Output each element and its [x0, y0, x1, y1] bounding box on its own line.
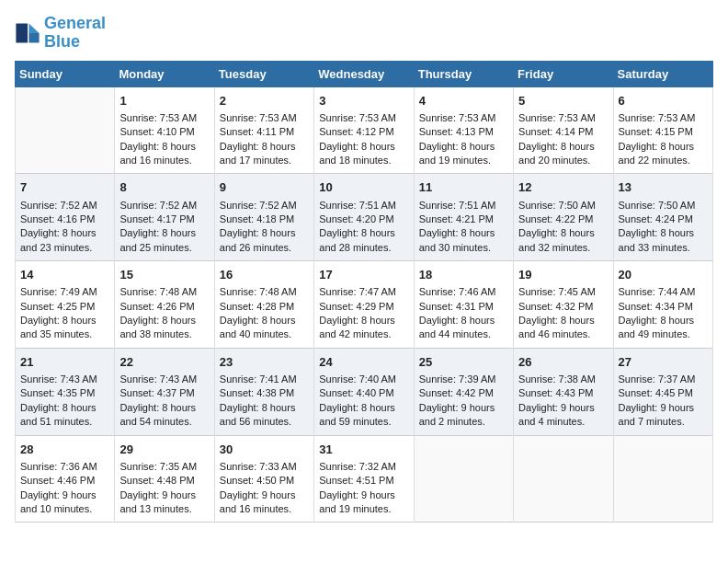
- sunset-text: Sunset: 4:45 PM: [619, 387, 693, 398]
- calendar-cell: 29Sunrise: 7:35 AMSunset: 4:48 PMDayligh…: [115, 435, 214, 523]
- daylight-text: Daylight: 8 hours and 17 minutes.: [220, 141, 296, 166]
- logo: General Blue: [15, 15, 106, 52]
- daylight-text: Daylight: 9 hours and 7 minutes.: [619, 402, 695, 427]
- day-number: 15: [119, 267, 209, 283]
- daylight-text: Daylight: 8 hours and 25 minutes.: [119, 227, 196, 252]
- sunset-text: Sunset: 4:26 PM: [119, 301, 194, 312]
- day-number: 22: [119, 354, 209, 371]
- sunset-text: Sunset: 4:32 PM: [518, 301, 593, 312]
- day-header-tuesday: Tuesday: [214, 61, 313, 86]
- sunset-text: Sunset: 4:10 PM: [119, 126, 194, 137]
- sunset-text: Sunset: 4:28 PM: [220, 301, 294, 312]
- sunrise-text: Sunrise: 7:41 AM: [220, 373, 297, 385]
- day-number: 10: [319, 179, 408, 196]
- sunset-text: Sunset: 4:24 PM: [619, 213, 693, 224]
- sunset-text: Sunset: 4:42 PM: [419, 387, 494, 398]
- week-row-5: 28Sunrise: 7:36 AMSunset: 4:46 PMDayligh…: [16, 435, 713, 523]
- week-row-3: 14Sunrise: 7:49 AMSunset: 4:25 PMDayligh…: [16, 261, 713, 349]
- daylight-text: Daylight: 9 hours and 16 minutes.: [220, 489, 296, 514]
- daylight-text: Daylight: 8 hours and 35 minutes.: [20, 315, 97, 339]
- sunrise-text: Sunrise: 7:53 AM: [220, 112, 297, 123]
- sunrise-text: Sunrise: 7:53 AM: [319, 112, 396, 123]
- logo-icon: [15, 20, 40, 46]
- sunrise-text: Sunrise: 7:53 AM: [619, 112, 696, 123]
- sunset-text: Sunset: 4:18 PM: [220, 213, 294, 224]
- page-header: General Blue: [15, 15, 713, 52]
- sunset-text: Sunset: 4:46 PM: [20, 475, 95, 486]
- sunrise-text: Sunrise: 7:49 AM: [20, 286, 97, 297]
- day-header-saturday: Saturday: [613, 61, 712, 86]
- daylight-text: Daylight: 9 hours and 2 minutes.: [419, 402, 495, 427]
- day-header-row: SundayMondayTuesdayWednesdayThursdayFrid…: [16, 61, 713, 86]
- daylight-text: Daylight: 8 hours and 59 minutes.: [319, 402, 395, 427]
- calendar-cell: 6Sunrise: 7:53 AMSunset: 4:15 PMDaylight…: [613, 86, 712, 174]
- calendar-cell: 13Sunrise: 7:50 AMSunset: 4:24 PMDayligh…: [613, 174, 712, 261]
- day-number: 2: [220, 93, 309, 109]
- daylight-text: Daylight: 8 hours and 18 minutes.: [319, 141, 395, 166]
- sunset-text: Sunset: 4:20 PM: [319, 213, 393, 224]
- daylight-text: Daylight: 8 hours and 32 minutes.: [518, 227, 595, 252]
- calendar-cell: 7Sunrise: 7:52 AMSunset: 4:16 PMDaylight…: [16, 174, 115, 261]
- day-number: 27: [619, 354, 708, 371]
- sunset-text: Sunset: 4:22 PM: [518, 213, 593, 224]
- day-number: 18: [419, 267, 508, 283]
- calendar-cell: 30Sunrise: 7:33 AMSunset: 4:50 PMDayligh…: [214, 435, 313, 523]
- sunrise-text: Sunrise: 7:32 AM: [319, 461, 396, 472]
- day-number: 3: [319, 93, 408, 109]
- day-number: 26: [518, 354, 608, 371]
- day-number: 30: [220, 442, 309, 458]
- sunrise-text: Sunrise: 7:51 AM: [419, 200, 496, 211]
- daylight-text: Daylight: 8 hours and 19 minutes.: [419, 141, 495, 166]
- sunset-text: Sunset: 4:50 PM: [220, 475, 294, 486]
- calendar-cell: 15Sunrise: 7:48 AMSunset: 4:26 PMDayligh…: [115, 261, 214, 349]
- day-number: 25: [419, 354, 508, 371]
- daylight-text: Daylight: 8 hours and 30 minutes.: [419, 227, 495, 252]
- daylight-text: Daylight: 8 hours and 26 minutes.: [220, 227, 296, 252]
- sunrise-text: Sunrise: 7:45 AM: [518, 286, 596, 297]
- sunrise-text: Sunrise: 7:43 AM: [20, 373, 97, 385]
- sunrise-text: Sunrise: 7:50 AM: [518, 200, 596, 211]
- sunrise-text: Sunrise: 7:53 AM: [419, 112, 496, 123]
- sunset-text: Sunset: 4:37 PM: [119, 387, 194, 398]
- sunrise-text: Sunrise: 7:47 AM: [319, 286, 396, 297]
- sunset-text: Sunset: 4:38 PM: [220, 387, 294, 398]
- calendar-cell: 28Sunrise: 7:36 AMSunset: 4:46 PMDayligh…: [16, 435, 115, 523]
- daylight-text: Daylight: 8 hours and 20 minutes.: [518, 141, 595, 166]
- calendar-cell: 2Sunrise: 7:53 AMSunset: 4:11 PMDaylight…: [214, 86, 313, 174]
- day-number: 23: [220, 354, 309, 371]
- sunrise-text: Sunrise: 7:44 AM: [619, 286, 696, 297]
- calendar-cell: 10Sunrise: 7:51 AMSunset: 4:20 PMDayligh…: [314, 174, 414, 261]
- calendar-cell: 19Sunrise: 7:45 AMSunset: 4:32 PMDayligh…: [514, 261, 613, 349]
- daylight-text: Daylight: 8 hours and 16 minutes.: [119, 141, 196, 166]
- calendar-cell: 23Sunrise: 7:41 AMSunset: 4:38 PMDayligh…: [214, 348, 313, 435]
- sunrise-text: Sunrise: 7:39 AM: [419, 373, 496, 385]
- calendar-cell: 3Sunrise: 7:53 AMSunset: 4:12 PMDaylight…: [314, 86, 414, 174]
- calendar-cell: [414, 435, 513, 523]
- week-row-1: 1Sunrise: 7:53 AMSunset: 4:10 PMDaylight…: [16, 86, 713, 174]
- sunset-text: Sunset: 4:12 PM: [319, 126, 393, 137]
- sunset-text: Sunset: 4:34 PM: [619, 301, 693, 312]
- logo-text: General Blue: [44, 15, 106, 52]
- calendar-cell: 25Sunrise: 7:39 AMSunset: 4:42 PMDayligh…: [414, 348, 513, 435]
- sunrise-text: Sunrise: 7:52 AM: [119, 200, 197, 211]
- daylight-text: Daylight: 8 hours and 44 minutes.: [419, 315, 495, 339]
- calendar-cell: 31Sunrise: 7:32 AMSunset: 4:51 PMDayligh…: [314, 435, 414, 523]
- day-number: 28: [20, 442, 109, 458]
- day-number: 16: [220, 267, 309, 283]
- calendar-cell: 1Sunrise: 7:53 AMSunset: 4:10 PMDaylight…: [115, 86, 214, 174]
- daylight-text: Daylight: 8 hours and 23 minutes.: [20, 227, 97, 252]
- week-row-2: 7Sunrise: 7:52 AMSunset: 4:16 PMDaylight…: [16, 174, 713, 261]
- week-row-4: 21Sunrise: 7:43 AMSunset: 4:35 PMDayligh…: [16, 348, 713, 435]
- sunrise-text: Sunrise: 7:48 AM: [119, 286, 197, 297]
- calendar-cell: 14Sunrise: 7:49 AMSunset: 4:25 PMDayligh…: [16, 261, 115, 349]
- day-number: 19: [518, 267, 608, 283]
- daylight-text: Daylight: 8 hours and 42 minutes.: [319, 315, 395, 339]
- day-number: 13: [619, 179, 708, 196]
- sunset-text: Sunset: 4:17 PM: [119, 213, 194, 224]
- daylight-text: Daylight: 8 hours and 56 minutes.: [220, 402, 296, 427]
- calendar-cell: 12Sunrise: 7:50 AMSunset: 4:22 PMDayligh…: [514, 174, 613, 261]
- daylight-text: Daylight: 8 hours and 33 minutes.: [619, 227, 695, 252]
- sunset-text: Sunset: 4:13 PM: [419, 126, 494, 137]
- calendar-cell: [613, 435, 712, 523]
- sunrise-text: Sunrise: 7:53 AM: [518, 112, 596, 123]
